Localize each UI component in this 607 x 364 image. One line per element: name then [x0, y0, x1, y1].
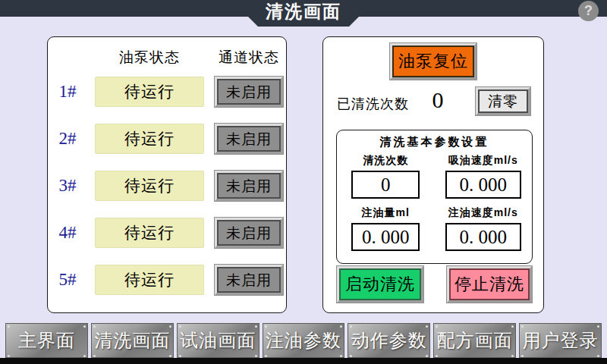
channel-toggle-button[interactable]: 未启用 [215, 171, 283, 201]
pump-row-3: 3# 待运行 未启用 [51, 171, 277, 201]
field-label: 吸油速度ml/s [448, 154, 518, 168]
cleaning-params-groupbox: 清洗基本参数设置 清洗次数 0 吸油速度ml/s 0. 000 注油量ml 0.… [336, 130, 533, 264]
pump-row-label: 3# [51, 176, 84, 196]
channel-toggle-button[interactable]: 未启用 [215, 124, 283, 154]
pump-row-label: 2# [51, 129, 84, 149]
field-inject-speed: 注油速度ml/s 0. 000 [435, 206, 533, 251]
cleaning-control-panel: 油泵复位 已清洗次数 0 清零 清洗基本参数设置 清洗次数 0 吸油速度ml/s… [322, 36, 544, 313]
nav-recipe-screen[interactable]: 配方画面 [433, 323, 516, 358]
pump-status-display: 待运行 [95, 124, 204, 154]
pump-row-1: 1# 待运行 未启用 [51, 77, 277, 107]
nav-oil-test-screen[interactable]: 试油画面 [177, 323, 259, 358]
field-clean-count: 清洗次数 0 [337, 154, 435, 199]
pump-status-header: 油泵状态 [95, 48, 204, 67]
nav-user-login[interactable]: 用户登录 [519, 323, 602, 358]
cleaning-action-row: 启动清洗 停止清洗 [337, 266, 532, 303]
nav-injection-params[interactable]: 注油参数 [263, 323, 345, 358]
pump-status-display: 待运行 [95, 171, 204, 201]
params-field-grid: 清洗次数 0 吸油速度ml/s 0. 000 注油量ml 0. 000 注油速度… [337, 154, 532, 259]
pump-row-4: 4# 待运行 未启用 [51, 218, 277, 248]
field-label: 注油量ml [362, 206, 410, 220]
nav-action-params[interactable]: 动作参数 [348, 323, 430, 358]
suction-speed-input[interactable]: 0. 000 [445, 171, 521, 199]
field-inject-volume: 注油量ml 0. 000 [337, 206, 435, 251]
stop-cleaning-button[interactable]: 停止清洗 [447, 266, 532, 303]
pump-row-5: 5# 待运行 未启用 [51, 265, 277, 295]
channel-status-header: 通道状态 [215, 48, 283, 67]
cleaned-count-row: 已清洗次数 0 清零 [323, 86, 543, 119]
bottom-strip [0, 358, 607, 364]
params-group-title: 清洗基本参数设置 [337, 135, 532, 149]
channel-toggle-button[interactable]: 未启用 [215, 265, 283, 295]
field-label: 注油速度ml/s [448, 206, 518, 220]
nav-main-screen[interactable]: 主界面 [5, 323, 88, 358]
status-column-headers: 油泵状态 通道状态 [51, 48, 277, 67]
nav-cleaning-screen[interactable]: 清洗画面 [91, 323, 174, 358]
field-label: 清洗次数 [363, 154, 408, 168]
clean-count-input[interactable]: 0 [351, 171, 420, 199]
clear-count-button[interactable]: 清零 [476, 87, 530, 115]
pump-row-2: 2# 待运行 未启用 [51, 124, 277, 154]
channel-toggle-button[interactable]: 未启用 [215, 218, 283, 248]
pump-status-panel: 油泵状态 通道状态 1# 待运行 未启用 2# 待运行 未启用 3# 待运行 未… [47, 36, 287, 313]
pump-status-display: 待运行 [95, 218, 204, 248]
help-icon[interactable]: ? [578, 1, 599, 21]
pump-row-label: 5# [51, 270, 84, 290]
pump-reset-button[interactable]: 油泵复位 [390, 43, 476, 80]
cleaned-count-label: 已清洗次数 [337, 95, 409, 113]
pump-row-label: 4# [51, 223, 84, 243]
pump-row-label: 1# [51, 82, 84, 102]
inject-volume-input[interactable]: 0. 000 [351, 223, 420, 251]
pump-status-display: 待运行 [95, 77, 204, 107]
page-title: 清洗画面 [0, 0, 607, 24]
cleaned-count-value: 0 [416, 87, 460, 113]
pump-status-display: 待运行 [95, 265, 204, 295]
start-cleaning-button[interactable]: 启动清洗 [337, 266, 423, 303]
channel-toggle-button[interactable]: 未启用 [215, 77, 283, 107]
inject-speed-input[interactable]: 0. 000 [445, 223, 521, 251]
bottom-nav: 主界面 清洗画面 试油画面 注油参数 动作参数 配方画面 用户登录 [0, 323, 607, 358]
field-suction-speed: 吸油速度ml/s 0. 000 [435, 154, 533, 199]
